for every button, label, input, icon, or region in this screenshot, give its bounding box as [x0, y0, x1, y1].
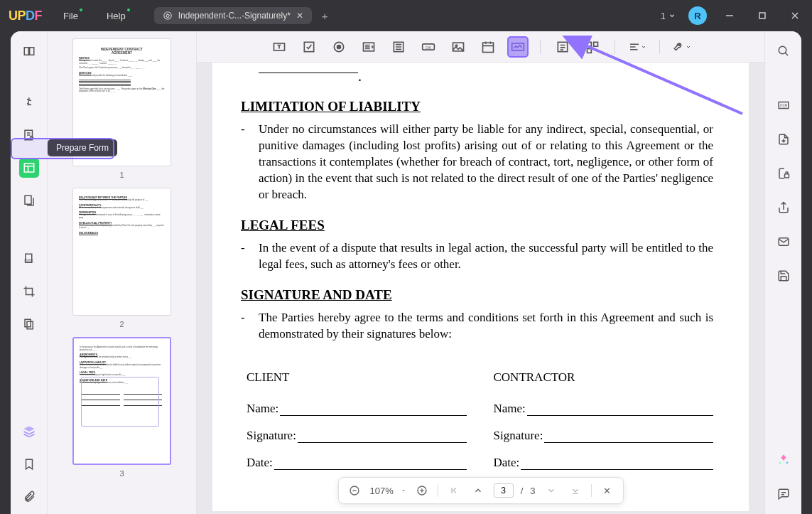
radio-button-tool[interactable]: [328, 36, 350, 58]
first-page-button[interactable]: [445, 482, 462, 499]
dropdown-tool[interactable]: [358, 36, 379, 58]
save-icon[interactable]: [774, 266, 794, 286]
zoom-out-button[interactable]: [345, 482, 362, 499]
svg-rect-30: [483, 43, 494, 52]
image-field-tool[interactable]: [448, 36, 469, 58]
user-avatar[interactable]: R: [688, 6, 707, 25]
zoom-level[interactable]: 107%: [369, 486, 393, 496]
heading-signature: SIGNATURE AND DATE: [241, 287, 713, 303]
attachment-icon[interactable]: [19, 487, 39, 507]
maximize-button[interactable]: [752, 6, 772, 26]
titlebar: UPDF File Help Independent-C...-Signatur…: [0, 0, 812, 31]
align-tool[interactable]: [582, 36, 603, 58]
svg-rect-12: [25, 319, 31, 327]
thumbnail-1[interactable]: INDEPENDENT CONTRACT AGREEMENT PARTIESTh…: [62, 38, 182, 179]
bookmark-icon[interactable]: [19, 454, 39, 474]
name-label: Name:: [247, 402, 278, 416]
name-line: [527, 402, 713, 416]
svg-point-52: [779, 46, 786, 54]
signature-line: [298, 429, 467, 443]
tools-dropdown[interactable]: [671, 36, 693, 58]
svg-rect-39: [588, 42, 592, 46]
crop-icon[interactable]: [19, 282, 39, 301]
menu-help[interactable]: Help: [107, 11, 126, 21]
prepare-form-tooltip: Prepare Form: [48, 139, 117, 156]
app-logo: UPDF: [9, 9, 42, 23]
date-field-tool[interactable]: [477, 36, 499, 58]
para-limitation: Under no circumstances will either party…: [259, 122, 713, 203]
signature-field-tool[interactable]: [507, 36, 529, 58]
prepare-form-icon[interactable]: [19, 158, 39, 178]
button-tool[interactable]: OK: [418, 36, 439, 58]
heading-legal-fees: LEGAL FEES: [241, 218, 713, 233]
svg-rect-56: [784, 174, 789, 178]
signature-line: [544, 429, 713, 443]
document-tab[interactable]: Independent-C...-Signaturely* ✕: [154, 7, 312, 24]
menu-file[interactable]: File: [63, 11, 78, 21]
thumb-number: 2: [119, 320, 124, 328]
zoom-in-button[interactable]: [413, 482, 431, 499]
svg-point-17: [337, 45, 341, 48]
close-bar-button[interactable]: ✕: [599, 482, 616, 499]
date-line: [274, 456, 467, 470]
thumbnail-2[interactable]: RELATIONSHIP BETWEEN THE PARTIESThe Part…: [62, 188, 182, 328]
tab-close-icon[interactable]: ✕: [296, 11, 303, 21]
main-area: OK . LIMITATION OF LIABILITY -Under no c…: [197, 31, 764, 514]
date-label: Date:: [494, 456, 520, 470]
document-icon: [163, 11, 173, 21]
close-button[interactable]: [785, 6, 805, 26]
next-page-button[interactable]: [543, 482, 560, 499]
share-icon[interactable]: [774, 198, 794, 218]
svg-text:OK: OK: [426, 45, 432, 49]
svg-rect-11: [25, 259, 33, 262]
client-label: CLIENT: [247, 370, 467, 385]
redact-icon[interactable]: [19, 249, 39, 269]
form-recognize-tool[interactable]: [552, 36, 573, 58]
svg-rect-2: [759, 13, 765, 18]
svg-rect-13: [27, 321, 33, 329]
para-signature: The Parties hereby agree to the terms an…: [259, 310, 713, 343]
document-page: . LIMITATION OF LIABILITY -Under no circ…: [212, 63, 749, 511]
last-page-button[interactable]: [567, 482, 584, 499]
new-tab-button[interactable]: +: [322, 10, 328, 22]
zoom-nav-bar: 107% / 3 ✕: [337, 477, 623, 504]
ai-assistant-icon[interactable]: [774, 450, 794, 470]
total-pages: 3: [530, 486, 535, 496]
page-tools-icon[interactable]: [19, 314, 39, 334]
svg-rect-9: [25, 196, 31, 204]
comment-icon[interactable]: [19, 92, 39, 112]
svg-rect-41: [588, 48, 592, 53]
checkbox-tool[interactable]: [298, 36, 320, 58]
workspace-dropdown[interactable]: 1: [661, 11, 676, 21]
contractor-label: CONTRACTOR: [494, 370, 714, 385]
comment-panel-icon[interactable]: [774, 484, 794, 504]
heading-limitation: LIMITATION OF LIABILITY: [241, 99, 713, 114]
thumbnail-3[interactable]: In the provision this Agreement is found…: [62, 337, 182, 478]
document-viewport[interactable]: . LIMITATION OF LIABILITY -Under no circ…: [197, 63, 764, 514]
protect-icon[interactable]: [774, 164, 794, 183]
layers-icon[interactable]: [19, 422, 39, 441]
date-label: Date:: [247, 456, 273, 470]
form-toolbar: OK: [197, 31, 764, 63]
prev-page-button[interactable]: [470, 482, 487, 499]
zoom-dropdown-icon[interactable]: [401, 488, 406, 493]
svg-rect-40: [594, 42, 598, 46]
ocr-icon[interactable]: OCR: [774, 95, 794, 115]
arrange-tool[interactable]: [627, 36, 648, 58]
text-field-tool[interactable]: [269, 36, 290, 58]
thumb-number: 3: [119, 469, 124, 478]
convert-icon[interactable]: [774, 129, 794, 149]
svg-text:OCR: OCR: [780, 104, 788, 107]
listbox-tool[interactable]: [388, 36, 409, 58]
thumb-number: 1: [119, 171, 124, 179]
page-input[interactable]: [494, 483, 514, 498]
reader-mode-icon[interactable]: [19, 41, 39, 61]
left-rail: [11, 31, 48, 514]
para-legal-fees: In the event of a dispute that results i…: [259, 240, 713, 273]
edit-pdf-icon[interactable]: [19, 125, 39, 145]
thumbnail-panel[interactable]: INDEPENDENT CONTRACT AGREEMENT PARTIESTh…: [48, 31, 197, 514]
email-icon[interactable]: [774, 232, 794, 252]
search-icon[interactable]: [774, 41, 794, 61]
minimize-button[interactable]: [720, 6, 740, 26]
organize-pages-icon[interactable]: [19, 191, 39, 210]
